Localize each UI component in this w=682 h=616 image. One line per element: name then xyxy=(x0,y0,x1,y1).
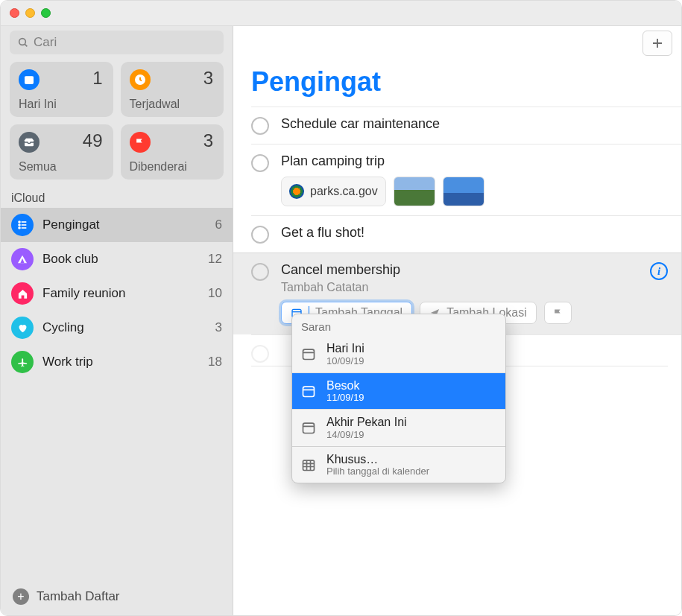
image-thumbnail[interactable] xyxy=(394,177,435,206)
list-icon xyxy=(11,214,34,236)
smart-flagged[interactable]: 3 Dibenderai xyxy=(121,124,224,180)
calendar-icon xyxy=(301,420,318,435)
svg-point-0 xyxy=(19,39,26,45)
suggestion-subtitle: Pilih tanggal di kalender xyxy=(326,466,429,477)
plus-icon: + xyxy=(13,588,29,605)
toolbar xyxy=(233,26,681,65)
reminders-window: Cari 1 Hari Ini 3 Terjadwal xyxy=(0,0,682,616)
svg-point-9 xyxy=(19,227,20,229)
suggestion-date: 14/09/19 xyxy=(326,429,407,440)
popover-header: Saran xyxy=(292,314,505,336)
add-list-button[interactable]: + Tambah Daftar xyxy=(1,578,233,615)
sidebar-list-family[interactable]: Family reunion 10 xyxy=(1,276,233,311)
my-lists: Pengingat 6 Book club 12 Family reunion … xyxy=(1,208,233,578)
complete-toggle[interactable] xyxy=(251,345,269,363)
sidebar-list-pengingat[interactable]: Pengingat 6 xyxy=(1,208,233,242)
reminder-item[interactable]: Get a flu shot! xyxy=(251,215,681,253)
note-input[interactable]: Tambah Catatan xyxy=(281,281,668,294)
reminder-title: Schedule car maintenance xyxy=(281,116,668,132)
suggestion-title: Besok xyxy=(326,379,364,393)
calendar-icon xyxy=(19,69,40,90)
smart-count: 3 xyxy=(203,68,213,89)
smart-label: Hari Ini xyxy=(19,98,57,111)
search-icon xyxy=(17,36,29,48)
suggestion-tomorrow[interactable]: Besok 11/09/19 xyxy=(292,372,505,410)
suggestion-title: Khusus… xyxy=(326,453,429,466)
calendar-icon xyxy=(301,346,318,361)
smart-label: Terjadwal xyxy=(130,98,180,111)
svg-rect-19 xyxy=(303,424,315,434)
heart-icon xyxy=(11,317,34,339)
svg-rect-15 xyxy=(303,349,315,359)
tray-icon xyxy=(19,132,40,153)
suggestion-today[interactable]: Hari Ini 10/09/19 xyxy=(292,336,505,372)
image-thumbnail[interactable] xyxy=(443,177,484,206)
reminder-title: Get a flu shot! xyxy=(281,225,668,241)
smart-label: Dibenderai xyxy=(130,160,187,174)
home-icon xyxy=(11,282,34,305)
suggestion-title: Hari Ini xyxy=(326,342,364,355)
complete-toggle[interactable] xyxy=(251,263,269,281)
flag-icon xyxy=(552,308,563,319)
svg-point-7 xyxy=(19,224,20,226)
smart-label: Semua xyxy=(19,160,57,174)
plane-icon xyxy=(11,351,34,373)
window-controls xyxy=(10,8,51,18)
reminder-item[interactable]: Schedule car maintenance xyxy=(251,107,681,144)
info-button[interactable]: i xyxy=(650,262,668,280)
complete-toggle[interactable] xyxy=(251,226,269,244)
list-count: 6 xyxy=(215,217,222,232)
plus-icon xyxy=(651,36,664,50)
list-name: Cycling xyxy=(42,320,206,335)
list-title: Pengingat xyxy=(233,65,681,107)
svg-rect-3 xyxy=(25,76,34,78)
complete-toggle[interactable] xyxy=(251,117,269,135)
flag-chip[interactable] xyxy=(544,302,572,324)
smart-scheduled[interactable]: 3 Terjadwal xyxy=(121,62,224,117)
date-suggestions-popover: Saran Hari Ini 10/09/19 Besok 11/09/19 xyxy=(291,314,506,483)
zoom-window-button[interactable] xyxy=(41,8,51,18)
add-list-label: Tambah Daftar xyxy=(37,589,120,604)
list-count: 12 xyxy=(208,252,222,267)
url-text: parks.ca.gov xyxy=(310,185,378,198)
complete-toggle[interactable] xyxy=(251,154,269,172)
attachments: parks.ca.gov xyxy=(281,177,668,206)
reminder-item[interactable]: Plan camping trip parks.ca.gov xyxy=(251,144,681,215)
list-count: 10 xyxy=(208,286,222,301)
suggestion-date: 11/09/19 xyxy=(326,392,364,403)
search-placeholder: Cari xyxy=(34,35,57,50)
smart-count: 49 xyxy=(83,130,103,151)
sidebar-list-cycling[interactable]: Cycling 3 xyxy=(1,311,233,345)
search-input[interactable]: Cari xyxy=(10,31,224,54)
reminder-title[interactable]: Cancel membership xyxy=(281,262,668,278)
suggestion-custom[interactable]: Khusus… Pilih tanggal di kalender xyxy=(292,446,505,483)
calendar-grid-icon xyxy=(301,457,318,472)
list-name: Work trip xyxy=(42,355,199,369)
svg-rect-21 xyxy=(303,460,315,470)
smart-count: 3 xyxy=(203,130,213,151)
clock-icon xyxy=(130,69,151,90)
smart-today[interactable]: 1 Hari Ini xyxy=(10,62,113,117)
suggestion-date: 10/09/19 xyxy=(326,355,364,366)
smart-all[interactable]: 49 Semua xyxy=(10,124,113,180)
calendar-icon xyxy=(301,384,318,399)
smart-lists: 1 Hari Ini 3 Terjadwal 49 Semua xyxy=(1,62,233,188)
list-name: Family reunion xyxy=(42,286,199,301)
suggestion-weekend[interactable]: Akhir Pekan Ini 14/09/19 xyxy=(292,409,505,446)
section-header: iCloud xyxy=(1,188,233,208)
sidebar-list-worktrip[interactable]: Work trip 18 xyxy=(1,345,233,379)
svg-point-5 xyxy=(19,221,20,223)
svg-rect-17 xyxy=(303,387,315,396)
tent-icon xyxy=(11,248,34,270)
close-window-button[interactable] xyxy=(10,8,19,18)
titlebar xyxy=(1,1,681,26)
suggestion-title: Akhir Pekan Ini xyxy=(326,416,407,429)
url-attachment[interactable]: parks.ca.gov xyxy=(281,177,386,206)
sidebar-list-bookclub[interactable]: Book club 12 xyxy=(1,242,233,276)
add-reminder-button[interactable] xyxy=(642,31,672,56)
list-name: Book club xyxy=(42,252,199,267)
svg-line-1 xyxy=(25,44,27,46)
minimize-window-button[interactable] xyxy=(25,8,35,18)
list-count: 3 xyxy=(215,320,222,335)
sidebar: Cari 1 Hari Ini 3 Terjadwal xyxy=(1,26,233,615)
